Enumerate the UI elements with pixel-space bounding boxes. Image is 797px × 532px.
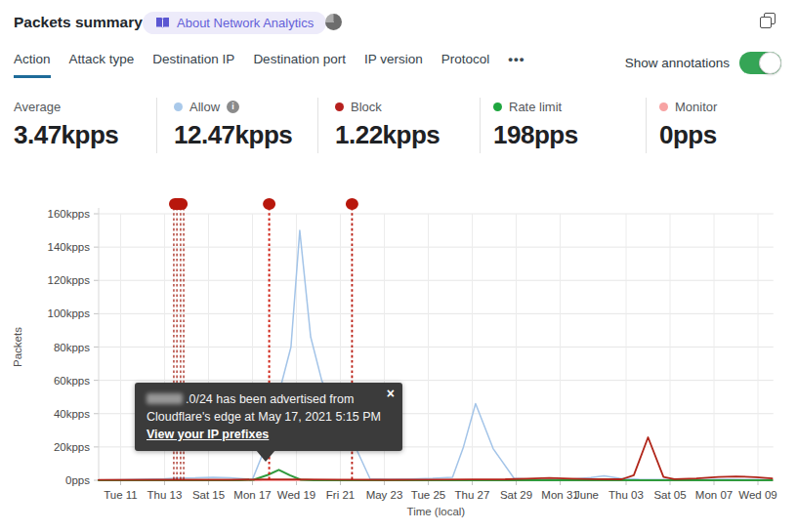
x-tick-label: Tue 25 [411, 489, 445, 501]
x-tick-label: Fri 21 [326, 489, 355, 501]
x-tick-label: Tue 11 [104, 489, 138, 501]
packets-time-series-chart[interactable]: 0pps20kpps40kpps60kpps80kpps100kpps120kp… [0, 0, 797, 532]
x-tick-label: Sat 05 [653, 489, 686, 501]
x-tick-label: Wed 19 [277, 489, 315, 501]
close-icon[interactable]: × [387, 387, 395, 400]
y-tick-label: 60kpps [54, 375, 90, 387]
y-tick-label: 80kpps [54, 342, 90, 353]
y-tick-label: 140kpps [48, 241, 91, 253]
y-tick-label: 160kpps [48, 208, 91, 220]
y-axis-title: Packets [12, 327, 23, 367]
x-axis-title: Time (local) [407, 506, 466, 517]
x-tick-label: Thu 27 [455, 489, 490, 501]
annotation-marker-dot[interactable] [346, 198, 358, 210]
x-tick-label: Sat 29 [500, 489, 532, 501]
chart-grid: 0pps20kpps40kpps60kpps80kpps100kpps120kp… [48, 208, 777, 501]
y-tick-label: 0pps [65, 474, 90, 486]
packets-summary-panel: { "header": { "title": "Packets summary"… [0, 0, 797, 532]
x-tick-label: June [574, 489, 599, 501]
x-tick-label: Mon 31 [541, 489, 578, 501]
tooltip-link-row: View your IP prefixes [147, 426, 391, 443]
redacted-ip-prefix [147, 393, 183, 404]
y-tick-label: 100kpps [48, 307, 91, 319]
annotation-marker-pill[interactable] [169, 198, 188, 210]
y-tick-label: 40kpps [54, 408, 90, 420]
y-tick-label: 20kpps [54, 441, 90, 453]
view-ip-prefixes-link[interactable]: View your IP prefixes [147, 428, 269, 441]
x-tick-label: Wed 09 [738, 489, 776, 501]
annotation-marker-dot[interactable] [263, 198, 275, 210]
x-tick-label: Sat 15 [192, 489, 225, 501]
annotation-tooltip: × .0/24 has been advertised from Cloudfl… [135, 383, 402, 451]
tooltip-line1: .0/24 has been advertised from [147, 390, 391, 408]
x-tick-label: Mon 17 [233, 489, 271, 501]
x-tick-label: Mon 07 [695, 489, 733, 501]
x-tick-label: Thu 03 [608, 489, 644, 501]
y-tick-label: 120kpps [48, 274, 91, 286]
x-tick-label: May 23 [366, 489, 403, 501]
x-tick-label: Thu 13 [147, 489, 183, 501]
tooltip-caret [256, 450, 275, 462]
tooltip-line2: Cloudflare's edge at May 17, 2021 5:15 P… [147, 408, 391, 426]
